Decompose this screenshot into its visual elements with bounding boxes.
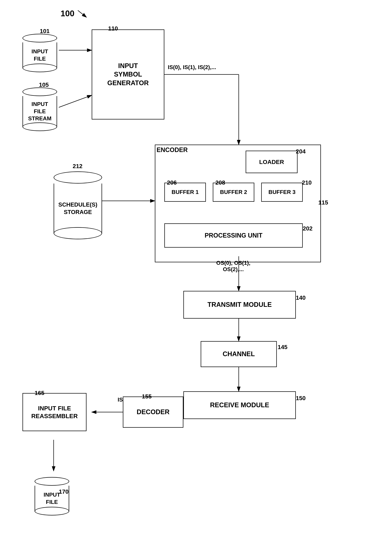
ref-140: 140: [296, 294, 306, 301]
ref-206: 206: [167, 179, 177, 186]
ref-204: 204: [296, 148, 306, 155]
input-file-stream-label: INPUT FILE STREAM: [28, 100, 51, 122]
ref-110: 110: [108, 25, 118, 32]
buffer3-label: BUFFER 3: [268, 189, 295, 196]
ref-202: 202: [303, 225, 313, 232]
arrows-svg: [0, 0, 392, 552]
input-symbol-generator-label: INPUT SYMBOL GENERATOR: [107, 62, 149, 87]
input-file-bottom-label: INPUT FILE: [44, 491, 60, 506]
buffer1-label: BUFFER 1: [172, 189, 199, 196]
channel-label: CHANNEL: [223, 350, 255, 358]
ref-155: 155: [142, 393, 152, 400]
schedule-storage-cylinder: SCHEDULE(S) STORAGE: [54, 166, 102, 239]
channel-box: CHANNEL: [201, 341, 277, 367]
processing-unit-label: PROCESSING UNIT: [205, 231, 262, 240]
input-file-reassembler-label: INPUT FILE REASSEMBLER: [31, 404, 78, 420]
receive-module-label: RECEIVE MODULE: [210, 401, 269, 409]
schedule-storage-label: SCHEDULE(S) STORAGE: [58, 201, 97, 216]
svg-line-12: [78, 10, 86, 17]
ref-150: 150: [296, 395, 306, 401]
ref-170: 170: [59, 488, 69, 495]
is-top-label: IS(0), IS(1), IS(2),...: [168, 64, 216, 71]
transmit-module-box: TRANSMIT MODULE: [183, 291, 296, 319]
ref-105: 105: [39, 81, 49, 88]
processing-unit-box: PROCESSING UNIT: [164, 223, 303, 248]
decoder-label: DECODER: [137, 408, 169, 416]
ref-212: 212: [73, 163, 83, 170]
transmit-module-label: TRANSMIT MODULE: [207, 301, 272, 309]
receive-module-box: RECEIVE MODULE: [183, 391, 296, 419]
input-file-top-label: INPUT FILE: [31, 48, 48, 62]
os-label: OS(0), OS(1), OS(2),...: [216, 260, 250, 272]
loader-label: LOADER: [259, 158, 284, 166]
svg-line-2: [59, 95, 92, 107]
input-file-top-cylinder: INPUT FILE: [22, 31, 57, 71]
ref-208: 208: [215, 179, 225, 186]
encoder-label: ENCODER: [157, 146, 188, 154]
diagram: 100 INPUT FILE 101 INPUT FILE STREAM 105…: [0, 0, 392, 552]
ref-210: 210: [302, 179, 312, 186]
input-file-reassembler-box: INPUT FILE REASSEMBLER: [22, 393, 86, 431]
buffer3-box: BUFFER 3: [261, 183, 303, 202]
ref-145: 145: [278, 344, 287, 351]
ref-101: 101: [40, 28, 50, 35]
ref-165: 165: [35, 390, 44, 396]
input-file-stream-cylinder: INPUT FILE STREAM: [22, 85, 57, 130]
loader-box: LOADER: [246, 151, 298, 173]
ref-100: 100: [61, 9, 74, 18]
buffer2-label: BUFFER 2: [220, 189, 247, 196]
ref-115: 115: [318, 199, 328, 206]
input-symbol-generator-box: INPUT SYMBOL GENERATOR: [92, 29, 164, 120]
decoder-box: DECODER: [123, 396, 183, 428]
